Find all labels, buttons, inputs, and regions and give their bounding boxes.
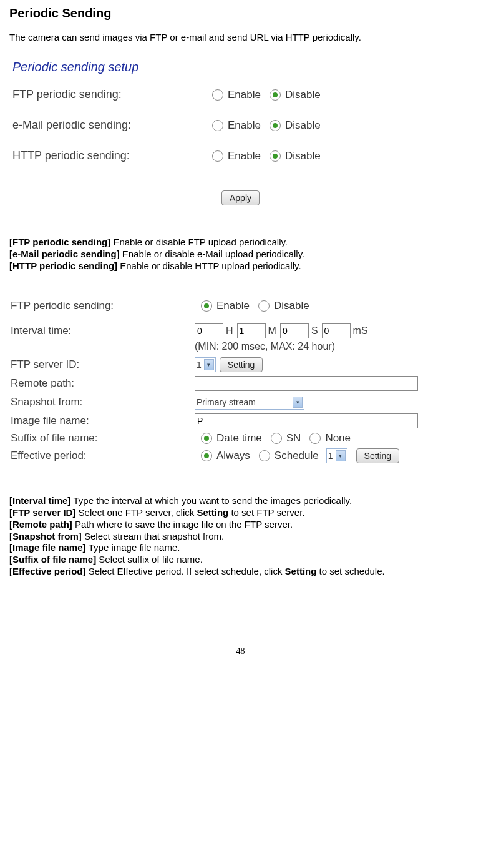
d2-remote-t: Path where to save the image file on the… bbox=[75, 519, 293, 530]
ftp-server-select-value: 1 bbox=[197, 360, 202, 370]
desc-ftp-bold: [FTP periodic sending] bbox=[9, 237, 113, 247]
desc-http-text: Enable or disable HTTP upload periodical… bbox=[120, 260, 301, 271]
enable-label: Enable bbox=[216, 300, 250, 312]
ftp-server-row: FTP server ID: 1 ▾ Setting bbox=[11, 357, 470, 372]
ms-unit: mS bbox=[353, 325, 368, 337]
suffix-none-radio[interactable] bbox=[309, 433, 321, 444]
disable-label: Disable bbox=[285, 150, 321, 162]
effective-period-label: Effective period: bbox=[11, 450, 195, 462]
d2-eff-t2: to set schedule. bbox=[316, 566, 384, 576]
apply-button[interactable]: Apply bbox=[221, 190, 260, 205]
email-disable-radio[interactable] bbox=[270, 120, 281, 131]
d2-snap-b: [Snapshot from] bbox=[9, 531, 84, 541]
page-number: 48 bbox=[9, 646, 472, 656]
image-file-name-row: Image file name: bbox=[11, 413, 470, 428]
minutes-unit: M bbox=[268, 325, 276, 337]
ftp-server-setting-button[interactable]: Setting bbox=[220, 357, 263, 372]
d2-interval-t: Type the interval at which you want to s… bbox=[74, 495, 352, 506]
desc-http-bold: [HTTP periodic sending] bbox=[9, 260, 120, 271]
effective-always-label: Always bbox=[216, 450, 250, 462]
interval-hours-input[interactable] bbox=[195, 323, 223, 338]
http-enable-radio[interactable] bbox=[212, 150, 223, 162]
schedule-setting-button[interactable]: Setting bbox=[356, 448, 400, 463]
ftp-server-label: FTP server ID: bbox=[11, 358, 195, 371]
snapshot-select[interactable]: Primary stream ▾ bbox=[195, 395, 304, 410]
ftp-periodic-row2: FTP periodic sending: Enable Disable bbox=[11, 300, 470, 312]
image-file-name-input[interactable] bbox=[195, 413, 418, 428]
interval-seconds-input[interactable] bbox=[280, 323, 309, 338]
image-file-name-label: Image file name: bbox=[11, 415, 195, 427]
snapshot-label: Snapshot from: bbox=[11, 396, 195, 408]
interval-ms-input[interactable] bbox=[322, 323, 351, 338]
d2-eff-tb: Setting bbox=[285, 566, 317, 576]
enable-label: Enable bbox=[228, 150, 261, 162]
d2-server-tb: Setting bbox=[197, 507, 228, 518]
effective-schedule-radio[interactable] bbox=[259, 450, 270, 461]
schedule-select-value: 1 bbox=[328, 451, 333, 461]
effective-period-row: Effective period: Always Schedule 1 ▾ Se… bbox=[11, 448, 470, 463]
description-block-1: [FTP periodic sending] Enable or disable… bbox=[9, 237, 472, 272]
ftp-periodic-label: FTP periodic sending: bbox=[12, 88, 206, 101]
d2-server-b: [FTP server ID] bbox=[9, 507, 79, 518]
email-enable-radio[interactable] bbox=[212, 120, 223, 131]
suffix-none-label: None bbox=[325, 432, 351, 445]
description-block-2: [Interval time] Type the interval at whi… bbox=[9, 495, 472, 577]
d2-suffix-b: [Suffix of file name] bbox=[9, 554, 99, 565]
enable-label: Enable bbox=[228, 119, 261, 132]
schedule-select[interactable]: 1 ▾ bbox=[326, 448, 347, 463]
d2-ifn-t: Type image file name. bbox=[89, 542, 180, 553]
effective-always-radio[interactable] bbox=[201, 450, 212, 461]
ftp-enable-radio[interactable] bbox=[212, 89, 223, 101]
remote-path-row: Remote path: bbox=[11, 376, 470, 391]
interval-row: Interval time: H M S mS bbox=[11, 323, 470, 338]
desc-email-bold: [e-Mail periodic sending] bbox=[9, 249, 122, 259]
d2-remote-b: [Remote path] bbox=[9, 519, 75, 530]
ftp-periodic-row: FTP periodic sending: Enable Disable bbox=[12, 88, 469, 101]
d2-server-t1: Select one FTP server, click bbox=[79, 507, 197, 518]
desc-email-text: Enable or disable e-Mail upload periodic… bbox=[122, 249, 304, 259]
ftp-server-select[interactable]: 1 ▾ bbox=[195, 357, 216, 372]
http-periodic-row: HTTP periodic sending: Enable Disable bbox=[12, 149, 469, 162]
desc-ftp-text: Enable or disable FTP upload periodicall… bbox=[113, 237, 288, 247]
interval-minutes-input[interactable] bbox=[237, 323, 266, 338]
seconds-unit: S bbox=[311, 325, 318, 337]
suffix-datetime-radio[interactable] bbox=[201, 433, 212, 444]
suffix-label: Suffix of file name: bbox=[11, 432, 195, 445]
hours-unit: H bbox=[226, 325, 233, 337]
ftp-detail-panel: FTP periodic sending: Enable Disable Int… bbox=[9, 297, 472, 470]
snapshot-row: Snapshot from: Primary stream ▾ bbox=[11, 395, 470, 410]
remote-path-input[interactable] bbox=[195, 376, 418, 391]
disable-label: Disable bbox=[285, 89, 321, 101]
ftp2-disable-radio[interactable] bbox=[258, 300, 270, 312]
email-periodic-row: e-Mail periodic sending: Enable Disable bbox=[12, 119, 469, 132]
suffix-datetime-label: Date time bbox=[216, 432, 262, 445]
page-title: Periodic Sending bbox=[9, 6, 472, 21]
disable-label: Disable bbox=[285, 119, 321, 132]
d2-ifn-b: [Image file name] bbox=[9, 542, 89, 553]
d2-eff-b: [Effective period] bbox=[9, 566, 89, 576]
panel-title: Periodic sending setup bbox=[12, 60, 469, 74]
email-periodic-label: e-Mail periodic sending: bbox=[12, 119, 206, 132]
suffix-sn-radio[interactable] bbox=[271, 433, 282, 444]
ftp2-enable-radio[interactable] bbox=[201, 300, 212, 312]
d2-server-t2: to set FTP server. bbox=[228, 507, 304, 518]
chevron-down-icon: ▾ bbox=[204, 359, 214, 370]
http-disable-radio[interactable] bbox=[270, 150, 281, 162]
intro-text: The camera can send images via FTP or e-… bbox=[9, 32, 472, 42]
d2-interval-b: [Interval time] bbox=[9, 495, 74, 506]
d2-suffix-t: Select suffix of file name. bbox=[99, 554, 202, 565]
periodic-sending-setup-panel: Periodic sending setup FTP periodic send… bbox=[9, 54, 472, 212]
interval-hint: (MIN: 200 msec, MAX: 24 hour) bbox=[195, 341, 470, 352]
d2-snap-t: Select stream that snapshot from. bbox=[84, 531, 224, 541]
http-periodic-label: HTTP periodic sending: bbox=[12, 149, 206, 162]
ftp-disable-radio[interactable] bbox=[270, 89, 281, 101]
d2-eff-t1: Select Effective period. If select sched… bbox=[89, 566, 285, 576]
ftp-periodic-label2: FTP periodic sending: bbox=[11, 300, 195, 312]
enable-label: Enable bbox=[228, 89, 261, 101]
disable-label: Disable bbox=[274, 300, 309, 312]
snapshot-select-value: Primary stream bbox=[197, 397, 256, 407]
interval-label: Interval time: bbox=[11, 325, 195, 337]
effective-schedule-label: Schedule bbox=[275, 450, 319, 462]
chevron-down-icon: ▾ bbox=[293, 397, 303, 408]
suffix-sn-label: SN bbox=[286, 432, 301, 445]
